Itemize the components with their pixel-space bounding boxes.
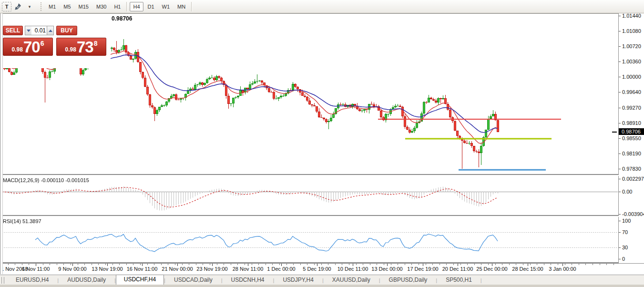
arrows-cursor-icon	[14, 3, 22, 10]
date-minor-tick	[474, 264, 475, 265]
date-minor-tick	[606, 264, 607, 265]
timeframe-button-h4[interactable]: H4	[130, 2, 143, 11]
date-label: 13 Dec 00:00	[371, 266, 402, 272]
price-tick-label: 0.99270	[622, 105, 641, 111]
timeframe-button-m5[interactable]: M5	[60, 2, 74, 11]
date-minor-tick	[126, 264, 127, 265]
date-minor-tick	[370, 264, 370, 265]
chart-tab-gbpusd-daily[interactable]: GBPUSD,Daily	[380, 276, 436, 285]
rsi-tick-label: 30	[622, 245, 628, 250]
price-tick-label: 1.00360	[622, 59, 641, 64]
chart-tab-audusd-daily[interactable]: AUDUSD,Daily	[59, 276, 114, 285]
timeframe-button-m15[interactable]: M15	[75, 2, 92, 11]
date-minor-tick	[57, 264, 57, 265]
rsi-tick-label: 0	[622, 256, 625, 262]
date-label: 23 Nov 19:00	[196, 266, 227, 272]
price-tick-mark	[619, 108, 621, 108]
toolbar-grip[interactable]	[40, 2, 42, 11]
chart-tab-usdjpy-h4[interactable]: USDJPY,H4	[274, 276, 322, 285]
arrow-down-icon	[27, 30, 31, 32]
date-minor-tick	[245, 264, 245, 265]
timeframe-group: M1M5M15M30H1H4D1W1MN	[45, 2, 189, 11]
date-minor-tick	[558, 264, 558, 265]
rsi-tick-mark	[619, 259, 621, 259]
panel-left-grip[interactable]	[0, 13, 3, 274]
rsi-canvas[interactable]	[0, 217, 618, 262]
date-minor-tick	[356, 264, 357, 265]
timeframe-button-mn[interactable]: MN	[174, 2, 189, 11]
date-minor-tick	[112, 264, 113, 265]
date-minor-tick	[509, 264, 510, 265]
date-minor-tick	[15, 264, 15, 265]
date-minor-tick	[551, 264, 551, 265]
date-minor-tick	[71, 264, 71, 265]
date-minor-tick	[467, 264, 468, 265]
text-tool-button[interactable]: T	[2, 2, 11, 11]
price-tick-mark	[619, 92, 621, 92]
volume-increase-button[interactable]	[47, 26, 54, 35]
arrow-up-icon	[49, 30, 52, 32]
date-minor-tick	[168, 264, 168, 265]
date-minor-tick	[140, 264, 141, 265]
timeframe-button-m30[interactable]: M30	[93, 2, 110, 11]
tab-separator: |	[480, 277, 482, 285]
date-minor-tick	[377, 264, 377, 265]
volume-input[interactable]	[31, 26, 47, 35]
chart-tab-sp500-h1[interactable]: SP500,H1	[437, 276, 480, 285]
date-label: 21 Nov 00:00	[162, 266, 193, 272]
chart-tab-xauusd-daily[interactable]: XAUUSD,Daily	[324, 276, 379, 285]
price-tick-mark	[619, 154, 621, 154]
chart-tab-usdcad-daily[interactable]: USDCAD,Daily	[165, 276, 221, 285]
chart-tab-usdchf-h4[interactable]: USDCHF,H4	[116, 275, 164, 285]
timeframe-button-h1[interactable]: H1	[111, 2, 124, 11]
text-tool-icon: T	[5, 4, 9, 10]
rsi-tick-mark	[619, 247, 621, 248]
buy-price-tile[interactable]: 0.98 73 8	[56, 38, 106, 56]
sell-button[interactable]: SELL	[3, 26, 23, 35]
timeframe-button-d1[interactable]: D1	[144, 2, 158, 11]
buy-price-base: 0.98	[65, 46, 76, 53]
volume-decrease-button[interactable]	[25, 26, 32, 35]
date-minor-tick	[217, 264, 217, 265]
price-tick-label: 1.00000	[622, 74, 641, 80]
chart-tab-usdcnh-h4[interactable]: USDCNH,H4	[223, 276, 273, 285]
macd-tick-label: -0.003904	[622, 211, 644, 217]
arrows-tool-dropdown[interactable]: ▾	[25, 2, 34, 11]
date-axis[interactable]: 1 Nov 20186 Nov 11:009 Nov 00:0013 Nov 1…	[0, 263, 644, 275]
timeframe-button-w1[interactable]: W1	[159, 2, 174, 11]
date-minor-tick	[488, 264, 489, 265]
sell-price-tile[interactable]: 0.98 70 6	[3, 38, 53, 56]
date-minor-tick	[432, 264, 433, 265]
arrows-tool-button[interactable]	[12, 2, 24, 11]
rsi-panel[interactable]: RSI(14) 51.3897	[0, 217, 618, 263]
price-tick-mark	[619, 16, 621, 16]
rsi-axis[interactable]: 10070300	[618, 217, 644, 263]
date-minor-tick	[147, 264, 148, 265]
date-minor-tick	[98, 264, 99, 265]
main-chart-panel[interactable]: ▲ USDCHF,H4 0.98608 0.98736 0.98598 0.98…	[0, 13, 618, 175]
price-axis[interactable]: 0.98706 1.014401.010801.007201.003601.00…	[618, 13, 644, 175]
date-minor-tick	[405, 264, 405, 265]
price-tick-label: 1.00720	[622, 43, 641, 49]
buy-button[interactable]: BUY	[56, 26, 77, 35]
date-minor-tick	[203, 264, 203, 265]
date-minor-tick	[105, 264, 106, 265]
date-minor-tick	[175, 264, 175, 265]
date-minor-tick	[579, 264, 579, 265]
date-minor-tick	[119, 264, 120, 265]
date-minor-tick	[481, 264, 481, 265]
date-minor-tick	[154, 264, 154, 265]
timeframe-button-m1[interactable]: M1	[45, 2, 59, 11]
tabbar-grip[interactable]	[1, 277, 4, 284]
date-minor-tick	[446, 264, 447, 265]
chart-tab-eurusd-h4[interactable]: EURUSD,H4	[7, 276, 57, 285]
macd-axis[interactable]: 0.0022970.00-0.003904	[618, 176, 644, 216]
date-label: 1 Dec 00:00	[267, 266, 295, 272]
macd-canvas[interactable]	[0, 176, 618, 215]
price-tick-label: 1.01440	[622, 13, 641, 19]
date-label: 13 Nov 19:00	[92, 266, 123, 272]
mt4-window: T ▾ M1M5M15M30H1H4D1W1MN ▲ USDCHF,H4 0.9…	[0, 0, 644, 287]
price-tick-label: 0.98550	[622, 135, 641, 141]
date-minor-tick	[266, 264, 266, 265]
macd-panel[interactable]: MACD(12,26,9) -0.000110 -0.001015	[0, 176, 618, 216]
